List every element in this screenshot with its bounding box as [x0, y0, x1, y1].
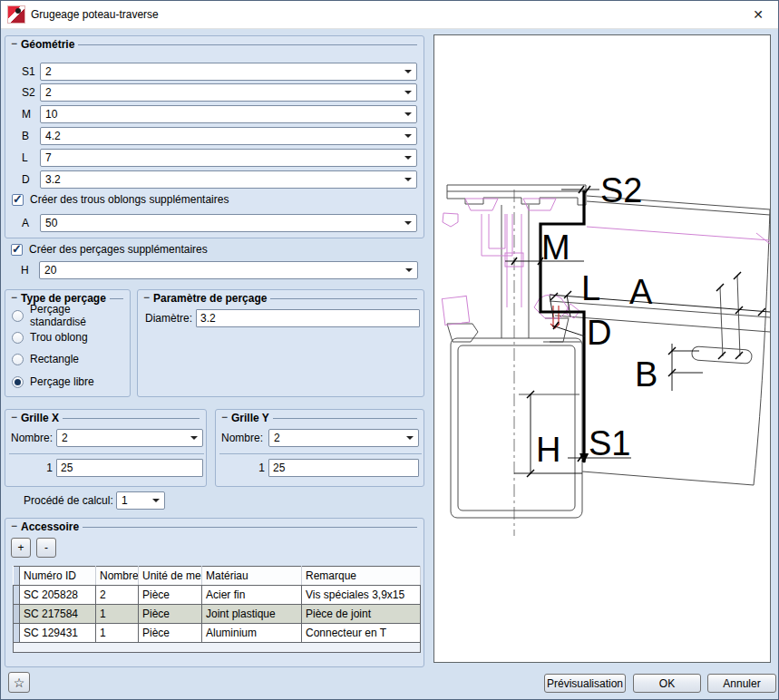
oblong-checkbox-label: Créer des trous oblongs supplémentaires: [30, 193, 229, 206]
dim-label-l: L: [581, 269, 600, 307]
grid-y-row-value: 25: [273, 462, 285, 474]
radio-icon[interactable]: [12, 332, 24, 344]
drillings-checkbox-label: Créer des perçages supplémentaires: [29, 243, 208, 256]
cell-id[interactable]: SC 205828: [20, 586, 96, 605]
b-select[interactable]: 4.2: [40, 127, 417, 145]
a-value: 50: [45, 217, 57, 229]
oblong-checkbox[interactable]: Créer des trous oblongs supplémentaires: [12, 192, 229, 207]
grid-x-row-index: 1: [42, 462, 53, 474]
notch-schematic: S2 M L A D B S1 H: [434, 35, 770, 662]
row-selector[interactable]: [14, 586, 20, 605]
cell-material[interactable]: Acier fin: [202, 586, 302, 605]
col-remarque[interactable]: Remarque: [302, 567, 421, 586]
cell-remark[interactable]: Connecteur en T: [302, 624, 421, 643]
grid-y-group: −Grille Y Nombre: 2 1 25: [215, 409, 424, 487]
m-value: 10: [45, 108, 57, 121]
grid-x-count-label: Nombre:: [11, 432, 53, 444]
radio-icon[interactable]: [12, 354, 24, 365]
cell-count[interactable]: 1: [96, 605, 139, 624]
s1-select[interactable]: 2: [40, 63, 417, 81]
h-select[interactable]: 20: [39, 261, 418, 279]
preview-button[interactable]: Prévisualisation: [544, 674, 626, 693]
cell-id[interactable]: SC 129431: [20, 624, 96, 643]
grid-x-row-input[interactable]: 25: [56, 459, 203, 477]
star-icon: ☆: [14, 676, 25, 690]
calc-method-value: 1: [122, 494, 128, 507]
radio-rectangle[interactable]: Rectangle: [12, 353, 79, 365]
table-row[interactable]: SC 129431 1 Pièce Aluminium Connecteur e…: [14, 624, 421, 643]
remove-accessory-button[interactable]: -: [36, 538, 56, 558]
radio-label: Rectangle: [30, 353, 79, 365]
s2-select[interactable]: 2: [40, 83, 417, 102]
s1-label: S1: [22, 65, 35, 78]
col-materiau[interactable]: Matériau: [202, 567, 302, 586]
diameter-input[interactable]: 3.2: [196, 309, 420, 327]
grid-y-count-label: Nombre:: [221, 432, 263, 444]
chevron-down-icon: [152, 499, 160, 502]
close-icon[interactable]: ✕: [750, 6, 766, 23]
checkbox-icon[interactable]: [11, 244, 23, 256]
table-row[interactable]: SC 205828 2 Pièce Acier fin Vis spéciale…: [14, 586, 421, 605]
accessory-title: Accessoire: [21, 520, 79, 533]
chevron-down-icon: [404, 178, 412, 181]
geometry-group-title: Géométrie: [21, 38, 74, 51]
dim-label-h: H: [536, 431, 560, 469]
d-label: D: [22, 173, 30, 186]
s1-value: 2: [45, 65, 52, 78]
cell-count[interactable]: 2: [96, 586, 139, 605]
row-selector[interactable]: [14, 624, 20, 643]
grid-y-title: Grille Y: [231, 412, 269, 424]
col-nombre[interactable]: Nombre: [96, 567, 139, 586]
radio-free-drill[interactable]: Perçage libre: [12, 375, 94, 388]
app-icon: [7, 5, 25, 24]
checkbox-icon[interactable]: [12, 194, 24, 206]
cancel-button[interactable]: Annuler: [707, 674, 776, 693]
col-numero-id[interactable]: Numéro ID: [20, 567, 96, 586]
grid-x-count-select[interactable]: 2: [56, 429, 203, 447]
add-accessory-button[interactable]: +: [11, 538, 31, 558]
dim-label-d: D: [587, 314, 611, 352]
radio-icon[interactable]: [12, 376, 24, 388]
cell-count[interactable]: 1: [96, 624, 139, 643]
grid-x-group: −Grille X Nombre: 2 1 25: [5, 409, 207, 487]
row-selector[interactable]: [14, 605, 20, 624]
chevron-down-icon: [190, 436, 198, 440]
grid-x-row-value: 25: [61, 462, 73, 474]
grid-y-count-select[interactable]: 2: [268, 429, 419, 447]
cell-material[interactable]: Aluminium: [202, 624, 302, 643]
chevron-down-icon: [404, 70, 412, 73]
l-select[interactable]: 7: [40, 149, 417, 167]
col-unite[interactable]: Unité de mesure: [139, 567, 202, 586]
collapse-dash: −: [11, 37, 17, 50]
ok-button[interactable]: OK: [633, 674, 701, 693]
grid-y-count-value: 2: [274, 432, 280, 444]
radio-label: Perçage libre: [30, 375, 94, 388]
a-label: A: [22, 217, 29, 229]
radio-icon[interactable]: [12, 310, 24, 322]
cell-unit[interactable]: Pièce: [139, 586, 202, 605]
d-select[interactable]: 3.2: [40, 170, 417, 189]
cell-remark[interactable]: Pièce de joint: [302, 605, 421, 624]
cell-remark[interactable]: Vis spéciales 3,9x15: [302, 586, 421, 605]
radio-standard-drill[interactable]: Perçage standardisé: [12, 309, 130, 322]
h-label: H: [21, 264, 29, 277]
a-select[interactable]: 50: [40, 214, 417, 232]
cell-material[interactable]: Joint plastique: [202, 605, 302, 624]
dialog-title: Grugeage poteau-traverse: [31, 8, 159, 21]
cell-unit[interactable]: Pièce: [139, 605, 202, 624]
calc-method-select[interactable]: 1: [116, 491, 165, 510]
favorite-button[interactable]: ☆: [8, 672, 30, 693]
grid-y-row-index: 1: [254, 462, 265, 474]
radio-slot-hole[interactable]: Trou oblong: [12, 331, 88, 344]
preview-drawing: S2 M L A D B S1 H: [433, 34, 771, 663]
table-row[interactable]: SC 217584 1 Pièce Joint plastique Pièce …: [14, 605, 421, 624]
m-select[interactable]: 10: [40, 105, 417, 123]
cell-id[interactable]: SC 217584: [20, 605, 96, 624]
drillings-checkbox[interactable]: Créer des perçages supplémentaires: [11, 242, 208, 257]
cell-unit[interactable]: Pièce: [139, 624, 202, 643]
l-label: L: [22, 151, 28, 164]
b-label: B: [22, 130, 29, 142]
grid-y-row-input[interactable]: 25: [268, 459, 419, 477]
radio-label: Perçage standardisé: [30, 303, 130, 328]
chevron-down-icon: [404, 156, 412, 160]
